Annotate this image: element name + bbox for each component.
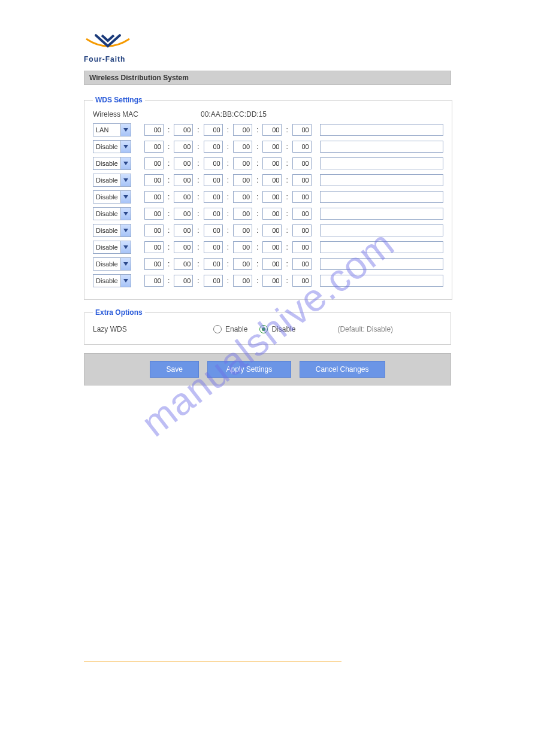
wds-row: Disable00:00:00:00:00:00 xyxy=(93,274,443,287)
wds-note-input[interactable] xyxy=(320,208,443,220)
mac-octet-input[interactable]: 00 xyxy=(233,224,252,236)
mac-octet-input[interactable]: 00 xyxy=(204,208,223,220)
mac-separator: : xyxy=(197,277,200,285)
mac-octet-input[interactable]: 00 xyxy=(233,258,252,270)
wds-mode-select[interactable]: Disable xyxy=(93,274,131,287)
brand-name: Four-Faith xyxy=(84,55,451,63)
mac-octet-input[interactable]: 00 xyxy=(292,124,312,136)
mac-octet-input[interactable]: 00 xyxy=(144,275,164,287)
wds-mode-select[interactable]: Disable xyxy=(93,140,131,153)
wds-legend: WDS Settings xyxy=(93,96,145,104)
mac-octet-input[interactable]: 00 xyxy=(262,275,282,287)
mac-octet-input[interactable]: 00 xyxy=(144,191,164,203)
mac-octet-input[interactable]: 00 xyxy=(292,241,312,253)
mac-octet-input[interactable]: 00 xyxy=(262,241,282,253)
mac-separator: : xyxy=(285,226,288,235)
mac-octet-input[interactable]: 00 xyxy=(174,275,193,287)
mac-octet-input[interactable]: 00 xyxy=(144,241,164,253)
mac-octet-input[interactable]: 00 xyxy=(204,258,223,270)
lazy-wds-enable-radio[interactable]: Enable xyxy=(213,325,256,333)
mac-octet-input[interactable]: 00 xyxy=(144,124,164,136)
save-button[interactable]: Save xyxy=(150,361,198,378)
disable-option-label: Disable xyxy=(271,325,295,333)
mac-octet-input[interactable]: 00 xyxy=(292,275,312,287)
wds-mode-select[interactable]: LAN xyxy=(93,123,131,136)
wds-note-input[interactable] xyxy=(320,258,443,270)
mac-octet-input[interactable]: 00 xyxy=(233,157,252,169)
mac-octet-input[interactable]: 00 xyxy=(174,174,193,186)
mac-separator: : xyxy=(226,159,229,168)
mac-octet-input[interactable]: 00 xyxy=(204,174,223,186)
mac-octet-input[interactable]: 00 xyxy=(262,174,282,186)
mac-octet-input[interactable]: 00 xyxy=(233,141,252,153)
mac-octet-input[interactable]: 00 xyxy=(292,191,312,203)
mac-octet-input[interactable]: 00 xyxy=(204,224,223,236)
mac-octet-input[interactable]: 00 xyxy=(262,224,282,236)
wds-mode-select[interactable]: Disable xyxy=(93,174,131,187)
mac-octet-input[interactable]: 00 xyxy=(174,224,193,236)
mac-separator: : xyxy=(226,226,229,235)
mac-octet-input[interactable]: 00 xyxy=(174,141,193,153)
mac-octet-input[interactable]: 00 xyxy=(174,124,193,136)
wds-note-input[interactable] xyxy=(320,191,443,203)
wds-note-input[interactable] xyxy=(320,224,443,236)
mac-octet-input[interactable]: 00 xyxy=(174,191,193,203)
wds-mode-select[interactable]: Disable xyxy=(93,190,131,204)
mac-octet-input[interactable]: 00 xyxy=(292,258,312,270)
wds-note-input[interactable] xyxy=(320,275,443,287)
wds-note-input[interactable] xyxy=(320,124,443,136)
wds-mode-select[interactable]: Disable xyxy=(93,157,131,170)
wds-note-input[interactable] xyxy=(320,174,443,186)
mac-octet-input[interactable]: 00 xyxy=(144,224,164,236)
wds-mode-select[interactable]: Disable xyxy=(93,207,131,220)
mac-octet-input[interactable]: 00 xyxy=(144,157,164,169)
lazy-wds-disable-radio[interactable]: Disable xyxy=(259,325,304,333)
chevron-down-icon xyxy=(120,275,131,287)
mac-octet-input[interactable]: 00 xyxy=(204,191,223,203)
wds-mode-select[interactable]: Disable xyxy=(93,224,131,237)
wds-mode-select[interactable]: Disable xyxy=(93,241,131,254)
mac-octet-input[interactable]: 00 xyxy=(262,208,282,220)
mac-octet-input[interactable]: 00 xyxy=(262,258,282,270)
mac-octet-input[interactable]: 00 xyxy=(262,124,282,136)
mac-octet-input[interactable]: 00 xyxy=(144,174,164,186)
mac-octet-input[interactable]: 00 xyxy=(292,224,312,236)
mac-octet-input[interactable]: 00 xyxy=(204,275,223,287)
mac-octet-input[interactable]: 00 xyxy=(144,141,164,153)
mac-separator: : xyxy=(197,176,200,184)
apply-settings-button[interactable]: Apply Settings xyxy=(207,361,291,378)
mac-octet-input[interactable]: 00 xyxy=(233,241,252,253)
mac-octet-input[interactable]: 00 xyxy=(174,241,193,253)
mac-octet-input[interactable]: 00 xyxy=(292,141,312,153)
mac-octet-input[interactable]: 00 xyxy=(292,174,312,186)
radio-on-icon xyxy=(259,325,268,333)
mac-octet-input[interactable]: 00 xyxy=(144,258,164,270)
mac-separator: : xyxy=(197,193,200,201)
mac-octet-input[interactable]: 00 xyxy=(204,157,223,169)
chevron-down-icon xyxy=(120,208,131,220)
mac-octet-input[interactable]: 00 xyxy=(204,141,223,153)
mac-octet-input[interactable]: 00 xyxy=(292,208,312,220)
mac-octet-input[interactable]: 00 xyxy=(292,157,312,169)
mac-octet-input[interactable]: 00 xyxy=(144,208,164,220)
wds-note-input[interactable] xyxy=(320,141,443,153)
cancel-changes-button[interactable]: Cancel Changes xyxy=(300,361,385,378)
mac-octet-input[interactable]: 00 xyxy=(174,208,193,220)
mac-separator: : xyxy=(167,142,170,151)
wds-row: Disable00:00:00:00:00:00 xyxy=(93,224,443,237)
mac-octet-input[interactable]: 00 xyxy=(233,275,252,287)
wds-mode-select[interactable]: Disable xyxy=(93,257,131,271)
mac-octet-input[interactable]: 00 xyxy=(262,157,282,169)
mac-octet-input[interactable]: 00 xyxy=(262,191,282,203)
mac-octet-input[interactable]: 00 xyxy=(233,208,252,220)
wds-note-input[interactable] xyxy=(320,241,443,253)
wds-note-input[interactable] xyxy=(320,157,443,169)
mac-octet-input[interactable]: 00 xyxy=(262,141,282,153)
mac-octet-input[interactable]: 00 xyxy=(174,157,193,169)
mac-octet-input[interactable]: 00 xyxy=(204,241,223,253)
mac-octet-input[interactable]: 00 xyxy=(233,124,252,136)
mac-octet-input[interactable]: 00 xyxy=(174,258,193,270)
mac-octet-input[interactable]: 00 xyxy=(204,124,223,136)
mac-octet-input[interactable]: 00 xyxy=(233,174,252,186)
mac-octet-input[interactable]: 00 xyxy=(233,191,252,203)
